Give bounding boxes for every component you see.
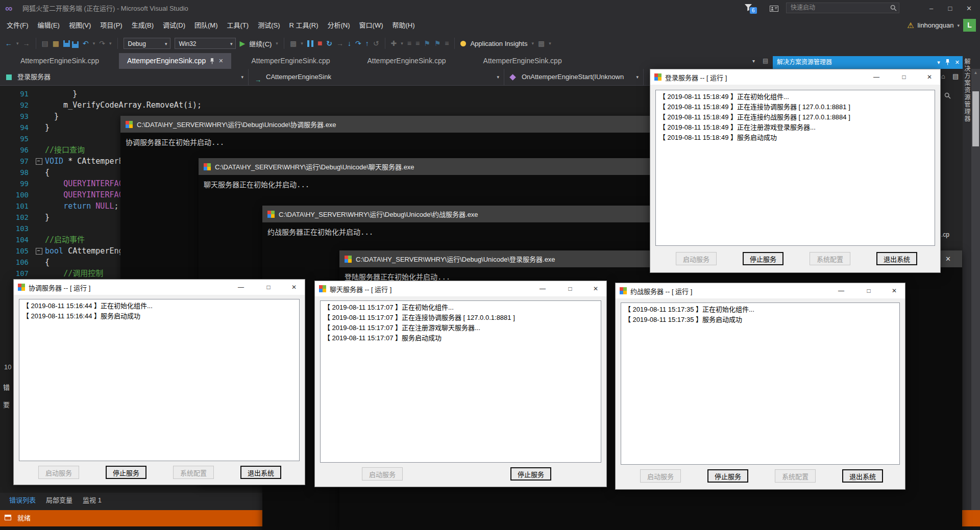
- undo-button[interactable]: ↶: [83, 38, 89, 48]
- scrollbar-thumb[interactable]: [972, 91, 979, 146]
- break-all-button[interactable]: [307, 40, 313, 47]
- tab-list-caret[interactable]: ▾: [752, 53, 755, 69]
- menu-item[interactable]: 调试(D): [158, 17, 190, 34]
- auto-hide-pin-icon[interactable]: [945, 59, 950, 66]
- maximize-button[interactable]: □: [941, 0, 960, 17]
- dialog-minimize-button[interactable]: —: [532, 281, 553, 296]
- minimize-button[interactable]: –: [922, 0, 941, 17]
- pin-icon[interactable]: [210, 58, 214, 64]
- dialog-close-button[interactable]: ✕: [283, 280, 305, 295]
- menu-item[interactable]: 生成(B): [127, 17, 158, 34]
- system-config-button[interactable]: 系统配置: [775, 469, 816, 483]
- save-all-icon[interactable]: [72, 41, 79, 48]
- continue-play-icon[interactable]: ▶: [240, 38, 246, 48]
- step-over-button[interactable]: ↷: [355, 38, 361, 48]
- server-log-list[interactable]: 【 2019-08-11 15:17:07 】正在初始化组件...【 2019-…: [320, 300, 601, 463]
- menu-item[interactable]: 项目(P): [95, 17, 127, 34]
- title-bar[interactable]: ∞ 网狐火莹二开服务端 (正在运行) - Microsoft Visual St…: [0, 0, 980, 17]
- server-log-list[interactable]: 【 2019-08-11 15:18:49 】正在初始化组件...【 2019-…: [655, 90, 935, 246]
- menu-item[interactable]: 视图(V): [64, 17, 95, 34]
- server-log-list[interactable]: 【 2019-08-11 15:16:44 】正在初始化组件...【 2019-…: [19, 299, 300, 461]
- fold-collapse-icon[interactable]: [36, 158, 42, 165]
- indent-icon[interactable]: ≡: [445, 38, 449, 48]
- insights-extra-caret[interactable]: ▾: [549, 38, 551, 48]
- server-log-list[interactable]: 【 2019-08-11 15:17:35 】正在初始化组件...【 2019-…: [621, 302, 900, 465]
- stop-service-button[interactable]: 停止服务: [106, 466, 146, 479]
- menu-item[interactable]: 帮助(H): [388, 17, 420, 34]
- insights-caret[interactable]: ▾: [531, 38, 534, 48]
- warning-icon[interactable]: ⚠: [907, 21, 914, 30]
- menu-item[interactable]: 文件(F): [2, 17, 33, 34]
- run-options-caret[interactable]: ▾: [276, 38, 278, 48]
- stop-service-button[interactable]: 停止服务: [707, 469, 748, 483]
- fold-collapse-icon[interactable]: [36, 248, 42, 255]
- start-service-button[interactable]: 启动服务: [676, 252, 717, 265]
- bookmark-next-icon[interactable]: ⚑: [434, 38, 441, 48]
- console-title-bar[interactable]: C:\DATA\HY_SERVER\WHRY\运行\Debug\Unicode\…: [120, 116, 650, 133]
- nav-back-button[interactable]: ←: [5, 38, 12, 48]
- start-service-button[interactable]: 启动服务: [640, 469, 681, 483]
- dialog-close-button[interactable]: ✕: [585, 281, 606, 296]
- bookmark-icon[interactable]: ⚑: [424, 38, 430, 48]
- dialog-minimize-button[interactable]: —: [230, 280, 252, 295]
- dialog-title-bar[interactable]: 聊天服务器 -- [ 运行 ] — □ ✕: [315, 281, 606, 296]
- start-service-button[interactable]: 启动服务: [38, 466, 79, 479]
- close-button[interactable]: ✕: [960, 0, 978, 17]
- menu-item[interactable]: R 工具(R): [284, 17, 323, 34]
- scroll-up-arrow[interactable]: ▲: [971, 69, 980, 77]
- dialog-title-bar[interactable]: 协调服务器 -- [ 运行 ] — □ ✕: [14, 280, 305, 295]
- window-position-caret[interactable]: ▾: [937, 59, 940, 66]
- dialog-maximize-button[interactable]: □: [858, 283, 879, 298]
- dialog-minimize-button[interactable]: —: [830, 283, 852, 298]
- tab-attemperenginesink-1[interactable]: AttemperEngineSink.cpp ✕: [119, 53, 231, 69]
- console-close-icon[interactable]: ✕: [945, 250, 951, 267]
- start-service-button[interactable]: 启动服务: [362, 467, 403, 481]
- redo-caret[interactable]: ▾: [109, 38, 112, 48]
- panel-toolbar-icon[interactable]: ▤: [952, 72, 959, 80]
- undo-caret[interactable]: ▾: [93, 38, 95, 48]
- explorer-search-icon[interactable]: [944, 92, 951, 99]
- menu-item[interactable]: 分析(N): [323, 17, 355, 34]
- stop-service-button[interactable]: 停止服务: [743, 252, 783, 265]
- list-members-icon[interactable]: ≡: [407, 38, 411, 48]
- menu-item[interactable]: 测试(S): [253, 17, 284, 34]
- nav-forward-button[interactable]: →: [23, 38, 30, 48]
- system-config-button[interactable]: 系统配置: [173, 466, 214, 479]
- exit-system-button[interactable]: 退出系统: [842, 469, 883, 483]
- diagnostics-icon[interactable]: ▩: [290, 38, 297, 48]
- solution-explorer-titlebar[interactable]: 解决方案资源管理器 ▾ ✕: [773, 56, 963, 69]
- tab-attemperenginesink-0[interactable]: AttemperEngineSink.cpp: [3, 53, 116, 69]
- show-next-statement-icon[interactable]: →: [336, 38, 344, 48]
- exit-system-button[interactable]: 退出系统: [240, 466, 281, 479]
- debug-configuration-select[interactable]: Debug ▾: [124, 38, 170, 49]
- home-icon[interactable]: ⌂: [941, 72, 945, 80]
- menu-item[interactable]: 编辑(E): [33, 17, 64, 34]
- fold-margin[interactable]: [36, 245, 45, 257]
- step-into-button[interactable]: ↓: [348, 38, 351, 48]
- nav-history-caret[interactable]: ▾: [16, 38, 19, 48]
- dialog-close-button[interactable]: ✕: [919, 69, 940, 85]
- class-dropdown[interactable]: → CAttemperEngineSink ▾: [249, 69, 504, 85]
- menu-item[interactable]: 窗口(W): [355, 17, 388, 34]
- restart-button[interactable]: ↻: [326, 38, 332, 48]
- panel-close-icon[interactable]: ✕: [955, 59, 960, 66]
- system-config-button[interactable]: 系统配置: [810, 252, 850, 265]
- dialog-close-button[interactable]: ✕: [884, 283, 905, 298]
- dialog-maximize-button[interactable]: □: [559, 281, 581, 296]
- save-icon[interactable]: [63, 40, 70, 47]
- parameter-info-icon[interactable]: ≡: [415, 38, 420, 48]
- dialog-minimize-button[interactable]: —: [866, 69, 887, 85]
- console-title-bar[interactable]: C:\DATA\HY_SERVER\WHRY\运行\Debug\Unicode\…: [199, 158, 728, 175]
- continue-button[interactable]: 继续(C): [249, 39, 272, 48]
- dialog-maximize-button[interactable]: □: [893, 69, 915, 85]
- undo-nav-icon[interactable]: ↺: [373, 38, 379, 48]
- bottom-panel-tab[interactable]: 监视 1: [78, 493, 107, 508]
- user-avatar[interactable]: L: [963, 19, 976, 32]
- step-out-button[interactable]: ↑: [365, 38, 369, 48]
- stop-debugging-button[interactable]: ■: [317, 38, 323, 48]
- active-files-icon[interactable]: ▤: [763, 53, 768, 69]
- tab-close-icon[interactable]: ✕: [218, 53, 223, 69]
- intellitrace-icon[interactable]: ✚: [391, 38, 397, 48]
- diagnostics-caret[interactable]: ▾: [301, 38, 303, 48]
- stop-service-button[interactable]: 停止服务: [510, 467, 551, 481]
